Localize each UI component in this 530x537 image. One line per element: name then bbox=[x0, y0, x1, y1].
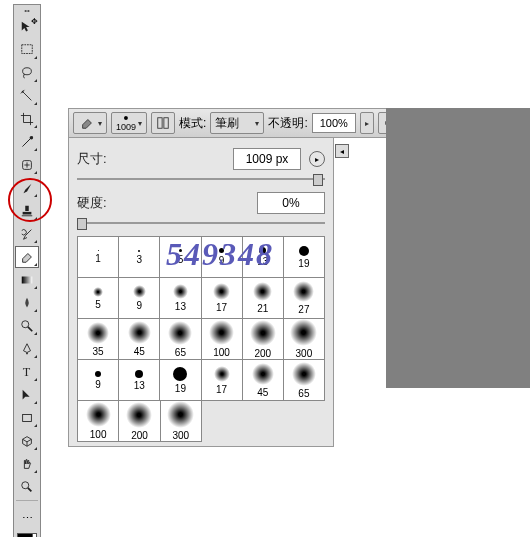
preset-m65[interactable]: 65 bbox=[284, 360, 325, 401]
move-tool[interactable]: ✥ bbox=[15, 16, 39, 38]
brush-presets-grid: 1 3 5 9 13 19 5 9 13 17 21 27 35 45 65 1… bbox=[77, 236, 325, 401]
color-swatches[interactable] bbox=[17, 531, 37, 537]
zoom-tool[interactable] bbox=[15, 476, 39, 498]
preset-3[interactable]: 3 bbox=[119, 237, 160, 278]
preset-s200[interactable]: 200 bbox=[243, 319, 284, 360]
toolbox-grip[interactable]: •• bbox=[14, 7, 40, 15]
preset-m45[interactable]: 45 bbox=[243, 360, 284, 401]
svg-point-11 bbox=[26, 353, 28, 355]
preset-m300[interactable]: 300 bbox=[161, 401, 202, 442]
svg-rect-7 bbox=[22, 215, 33, 216]
svg-rect-5 bbox=[25, 206, 29, 211]
preset-5[interactable]: 5 bbox=[160, 237, 201, 278]
stamp-tool[interactable] bbox=[15, 200, 39, 222]
path-select-tool[interactable] bbox=[15, 384, 39, 406]
marquee-tool[interactable] bbox=[15, 39, 39, 61]
lasso-tool[interactable] bbox=[15, 62, 39, 84]
svg-text:T: T bbox=[23, 365, 31, 379]
size-slider[interactable] bbox=[77, 174, 325, 184]
preset-s21[interactable]: 21 bbox=[243, 278, 284, 319]
brush-preset-picker[interactable]: •1009 ▾ bbox=[111, 112, 147, 134]
type-tool[interactable]: T bbox=[15, 361, 39, 383]
preset-s5[interactable]: 5 bbox=[78, 278, 119, 319]
preset-m17[interactable]: 17 bbox=[202, 360, 243, 401]
svg-point-14 bbox=[22, 482, 29, 489]
tool-preset-picker[interactable]: ▾ bbox=[73, 112, 107, 134]
hardness-input[interactable] bbox=[257, 192, 325, 214]
svg-rect-0 bbox=[22, 45, 33, 54]
preset-s65[interactable]: 65 bbox=[160, 319, 201, 360]
preset-h19[interactable]: 19 bbox=[160, 360, 201, 401]
options-panel: ▾ •1009 ▾ 模式: 筆刷▾ 不透明: ▸ 流量: ▸ ◂ 尺寸: ▸ bbox=[68, 108, 518, 447]
svg-point-1 bbox=[23, 68, 32, 75]
edit-toolbar[interactable]: ⋯ bbox=[15, 507, 39, 529]
hand-tool[interactable] bbox=[15, 453, 39, 475]
eraser-tool[interactable] bbox=[15, 246, 39, 268]
svg-rect-8 bbox=[22, 277, 33, 284]
opacity-label: 不透明: bbox=[268, 115, 307, 132]
pen-tool[interactable] bbox=[15, 338, 39, 360]
toolbox: •• ✥ T ⋯ bbox=[13, 4, 41, 537]
svg-point-9 bbox=[22, 321, 29, 328]
preset-19[interactable]: 19 bbox=[284, 237, 325, 278]
shape-tool[interactable] bbox=[15, 407, 39, 429]
panel-flyout[interactable]: ◂ bbox=[335, 144, 349, 158]
healing-tool[interactable] bbox=[15, 154, 39, 176]
svg-line-15 bbox=[28, 488, 32, 492]
gradient-tool[interactable] bbox=[15, 269, 39, 291]
mode-select[interactable]: 筆刷▾ bbox=[210, 112, 264, 134]
preset-m100[interactable]: 100 bbox=[78, 401, 119, 442]
eyedropper-tool[interactable] bbox=[15, 131, 39, 153]
dodge-tool[interactable] bbox=[15, 315, 39, 337]
svg-point-3 bbox=[30, 136, 34, 140]
preset-1[interactable]: 1 bbox=[78, 237, 119, 278]
preset-s13[interactable]: 13 bbox=[160, 278, 201, 319]
hardness-slider[interactable] bbox=[77, 218, 325, 228]
blur-tool[interactable] bbox=[15, 292, 39, 314]
preset-h9[interactable]: 9 bbox=[78, 360, 119, 401]
mode-label: 模式: bbox=[179, 115, 206, 132]
svg-rect-13 bbox=[23, 415, 32, 422]
preset-h13[interactable]: 13 bbox=[119, 360, 160, 401]
brush-tool[interactable] bbox=[15, 177, 39, 199]
preset-m200[interactable]: 200 bbox=[119, 401, 160, 442]
preset-s100[interactable]: 100 bbox=[202, 319, 243, 360]
brush-panel-toggle[interactable] bbox=[151, 112, 175, 134]
preset-s45[interactable]: 45 bbox=[119, 319, 160, 360]
brush-preset-panel: ◂ 尺寸: ▸ 硬度: 1 3 5 9 13 19 5 9 13 bbox=[68, 138, 334, 447]
size-reset[interactable]: ▸ bbox=[309, 151, 325, 167]
preset-s300[interactable]: 300 bbox=[284, 319, 325, 360]
opacity-input[interactable] bbox=[312, 113, 356, 133]
preset-s17[interactable]: 17 bbox=[202, 278, 243, 319]
size-label: 尺寸: bbox=[77, 150, 233, 168]
svg-rect-6 bbox=[23, 212, 32, 215]
preset-9[interactable]: 9 bbox=[202, 237, 243, 278]
svg-rect-19 bbox=[164, 118, 168, 129]
preset-13[interactable]: 13 bbox=[243, 237, 284, 278]
svg-point-2 bbox=[22, 91, 24, 93]
3d-tool[interactable] bbox=[15, 430, 39, 452]
svg-rect-18 bbox=[158, 118, 162, 129]
hardness-label: 硬度: bbox=[77, 194, 257, 212]
preset-s27[interactable]: 27 bbox=[284, 278, 325, 319]
size-input[interactable] bbox=[233, 148, 301, 170]
preset-s35[interactable]: 35 bbox=[78, 319, 119, 360]
wand-tool[interactable] bbox=[15, 85, 39, 107]
svg-line-10 bbox=[28, 327, 32, 331]
preset-s9[interactable]: 9 bbox=[119, 278, 160, 319]
history-brush-tool[interactable] bbox=[15, 223, 39, 245]
canvas-area[interactable] bbox=[386, 108, 530, 388]
opacity-dropdown[interactable]: ▸ bbox=[360, 112, 374, 134]
crop-tool[interactable] bbox=[15, 108, 39, 130]
